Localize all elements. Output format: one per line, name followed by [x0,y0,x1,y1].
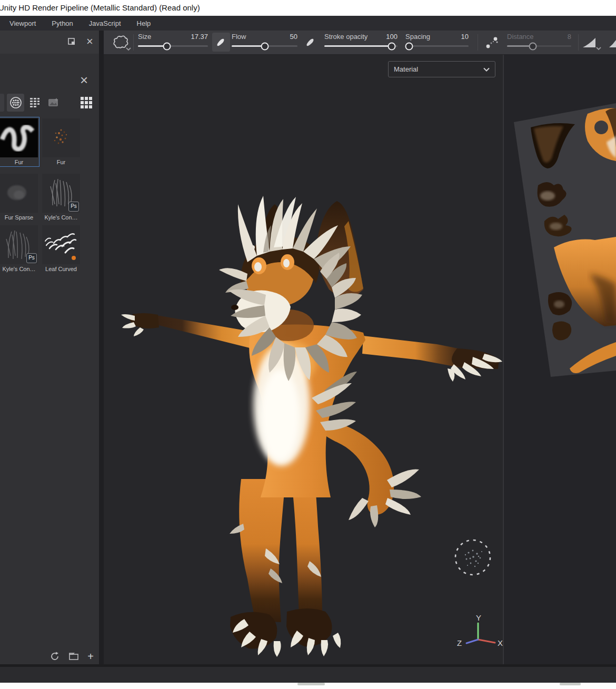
add-icon[interactable]: + [87,652,94,661]
stroke-opacity-slider[interactable]: Stroke opacity100 [324,33,398,47]
preset-list-icon [28,96,41,109]
brush-stamp-icon[interactable] [112,34,132,52]
chevron-down-icon [483,67,490,72]
grid-view-icon[interactable] [77,94,95,112]
panel-resize-gutter[interactable] [99,31,104,664]
brush-toolbar: Size17.37 Flow50 Stroke opacity100 Spaci… [104,31,616,55]
scatter-icon[interactable] [484,35,500,51]
brush-presets-panel: × [0,54,99,648]
viewport-3d[interactable] [104,55,503,664]
brush-tile-leaf-curved[interactable]: Leaf Curved [42,225,80,272]
menu-python[interactable]: Python [52,19,73,27]
fur-sparse-thumbnail [0,174,38,213]
folder-icon[interactable] [68,651,79,662]
brush-panel-header: × [0,31,99,54]
close-search-icon[interactable]: × [80,75,88,85]
distance-slider[interactable]: Distance8 [507,33,571,47]
flow-slider[interactable]: Flow50 [232,33,297,47]
panel-footer: + [0,648,99,664]
window-title: Unity HD Render Pipeline (Metallic Stand… [0,0,200,16]
close-panel-icon[interactable]: × [86,36,93,47]
float-panel-icon[interactable] [67,37,76,46]
fur-squiggle-thumbnail [0,118,38,157]
menu-help[interactable]: Help [137,19,151,27]
material-dropdown-value: Material [394,65,418,73]
window-title-bar: Unity HD Render Pipeline (Metallic Stand… [0,0,616,16]
color-dot [72,256,76,260]
size-slider[interactable]: Size17.37 [138,33,208,47]
brush-panel-tabs [0,93,99,113]
taskbar-nub [560,683,581,685]
spacing-slider[interactable]: Spacing10 [405,33,469,47]
pattern-sphere-icon [9,96,22,109]
app-window: Unity HD Render Pipeline (Metallic Stand… [0,0,616,689]
material-dropdown[interactable]: Material [388,61,495,77]
tab-partial[interactable] [0,94,4,112]
photoshop-badge: Ps [68,202,79,212]
taskbar-edge [0,683,616,689]
bottom-bar [0,667,616,683]
falloff-curve-icon[interactable] [582,35,603,51]
photoshop-badge: Ps [26,253,37,263]
taskbar-nub [297,683,325,685]
menu-bar: Viewport Python JavaScript Help [0,16,616,31]
tab-preset-list[interactable] [26,94,43,112]
brush-tip-icon[interactable] [306,37,315,47]
refresh-icon[interactable] [49,651,60,662]
falloff-curve-icon-edge[interactable] [608,35,616,51]
tab-image[interactable] [45,94,62,112]
fur-speckle-thumbnail [42,118,80,157]
tab-pattern-sphere[interactable] [7,94,24,112]
menu-javascript[interactable]: JavaScript [89,19,121,27]
viewport-2d-uv[interactable] [503,55,616,664]
image-icon [47,96,60,109]
brush-tile-fur-sparse[interactable]: Fur Sparse [0,174,38,221]
brush-tile-kyles-2[interactable]: Ps Kyle's Con… [0,225,38,272]
brush-tile-fur-1[interactable]: Fur [0,118,38,165]
brush-tile-fur-2[interactable]: Fur [42,118,80,165]
menu-viewport[interactable]: Viewport [9,19,36,27]
brush-tile-kyles-1[interactable]: Ps Kyle's Con… [42,174,80,221]
brush-tip-button[interactable] [212,33,230,52]
